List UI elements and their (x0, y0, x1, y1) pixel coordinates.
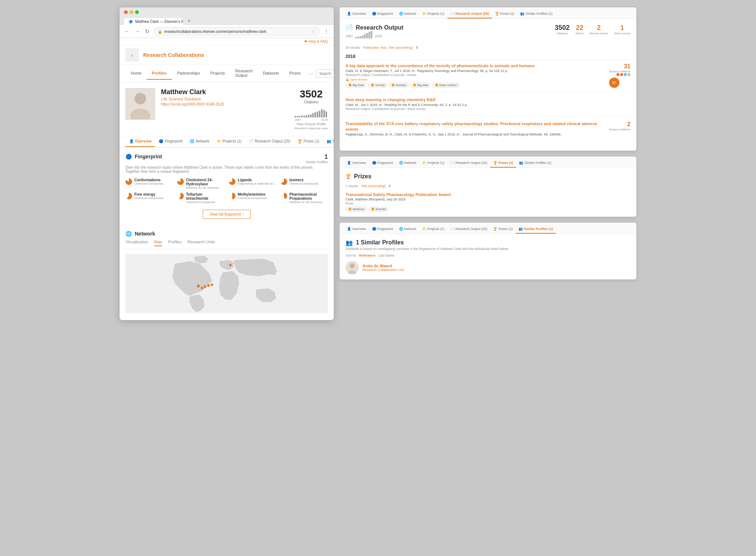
pnav-projects[interactable]: 📁 Projects (1) (419, 10, 447, 18)
prize-item-type: Prize (346, 202, 630, 205)
svg-point-6 (350, 263, 355, 268)
help-link[interactable]: ❤ Help & FAQ (304, 40, 328, 44)
pnav-prizes[interactable]: 🏆 Prizes (1) (492, 10, 518, 18)
pub-authors-1: Clark, M. & Steger-Hartmann, T., Jul 1 2… (346, 69, 605, 73)
ntab-profiles[interactable]: Profiles (168, 240, 182, 246)
similar-pnav-similar[interactable]: 👥 Similar Profiles (1) (516, 225, 556, 234)
maximize-dot[interactable] (135, 10, 139, 14)
pub-title-3[interactable]: Translatability of the S7A core battery … (346, 121, 605, 132)
nav-partnerships[interactable]: Partnerships (172, 67, 205, 80)
pub-title-1[interactable]: A big data approach to the concordance o… (346, 63, 605, 68)
cite-num-3: 2 (609, 121, 630, 128)
similar-pnav-prizes[interactable]: 🏆 Prizes (1) (490, 225, 516, 234)
orcid-link[interactable]: https://orcid.org/0000-0002-9348-3528 (161, 102, 289, 106)
sort-link[interactable]: Publication Year, Title (ascending) (363, 46, 413, 49)
nav-projects[interactable]: Projects (205, 67, 230, 80)
similar-panel-nav: 👤 Overview 🔵 Fingerprint 🌐 Network 📁 Pro… (340, 223, 636, 234)
ptab-projects[interactable]: 📁 Projects (1) (213, 136, 245, 147)
ptab-fingerprint[interactable]: 🔵 Fingerprint (155, 136, 186, 147)
brand-name[interactable]: Research Collaborations (143, 52, 204, 58)
map-dot-6 (229, 264, 232, 267)
ptab-similar[interactable]: 👥 Similar Profiles (1) (323, 136, 334, 147)
pnav-similar[interactable]: 👥 Similar Profiles (1) (517, 10, 556, 18)
prizes-pnav-projects[interactable]: 📁 Projects (1) (419, 159, 447, 168)
prizes-pnav-prizes[interactable]: 🏆 Prizes (1) (490, 159, 516, 168)
ptab-network[interactable]: 🌐 Network (186, 136, 213, 147)
forward-btn[interactable]: → (134, 28, 141, 34)
prize-tag-medicine[interactable]: 🔶 Medicine (346, 207, 367, 212)
nav-profiles[interactable]: Profiles (147, 67, 172, 80)
pnav-proj-icon: 📁 (422, 12, 426, 16)
fp-ring-cholesterol (177, 178, 184, 185)
nav-home[interactable]: Home (126, 67, 147, 80)
profile-dept: Life Science Solutions (161, 97, 289, 101)
prizes-pnav-overview[interactable]: 👤 Overview (344, 159, 369, 168)
network-title: 🌐 Network (126, 231, 328, 237)
tag-animals[interactable]: 🔶 Animals (389, 83, 409, 87)
prizes-pnav-similar[interactable]: 👥 Similar Profiles (1) (516, 159, 554, 168)
ptab-overview[interactable]: 👤 Overview (126, 136, 155, 147)
ro-stat-article: 22 Article (575, 24, 584, 35)
similar-pnav-network[interactable]: 🌐 Network (396, 225, 419, 234)
nav-research-output[interactable]: Research Output (230, 65, 258, 82)
refresh-btn[interactable]: ↻ (144, 28, 151, 34)
tag-big-data[interactable]: 🔶 Big Data (346, 83, 367, 87)
projects-icon: 📁 (217, 139, 221, 143)
ntab-research-units[interactable]: Research Units (188, 240, 215, 246)
svg-point-3 (134, 93, 146, 104)
pub-title-2[interactable]: How deep learning is changing chemistry … (346, 97, 630, 102)
pnav-network[interactable]: 🌐 Network (396, 10, 419, 18)
browser-chrome: 🔷 Matthew Clark — Elsevier's R... ✕ + (120, 7, 334, 25)
nav-prizes[interactable]: Prizes (284, 67, 306, 80)
tag-toxicity[interactable]: 🔶 Toxicity (368, 83, 387, 87)
search-input[interactable] (319, 72, 334, 76)
close-dot[interactable] (124, 10, 128, 14)
ro-citations-num: 3502 (555, 24, 570, 32)
similar-pnav-projects[interactable]: 📁 Projects (1) (419, 225, 447, 234)
prizes-pnav-fingerprint[interactable]: 🔵 Fingerprint (369, 159, 396, 168)
ptab-prizes[interactable]: 🏆 Prizes (1) (294, 136, 323, 147)
nav-datasets[interactable]: Datasets (258, 67, 284, 80)
nav-more[interactable]: ··· (306, 67, 316, 80)
browser-tab-active[interactable]: 🔷 Matthew Clark — Elsevier's R... ✕ (124, 18, 183, 25)
ntab-map[interactable]: Map (154, 240, 162, 246)
pub-content-3: Translatability of the S7A core battery … (346, 121, 605, 137)
sort-relevance[interactable]: Relevance (359, 254, 376, 257)
similar-pnav-ro[interactable]: 📄 Research Output (25) (447, 225, 491, 234)
view-fingerprint-btn[interactable]: View full fingerprint › (203, 210, 251, 219)
prizes-pnav-ro[interactable]: 📄 Research Output (25) (447, 159, 491, 168)
browser-window: 🔷 Matthew Clark — Elsevier's R... ✕ + ← … (120, 7, 334, 320)
pnav-overview[interactable]: 👤 Overview (344, 10, 369, 18)
ptab-research-output[interactable]: 📄 Research Output (25) (245, 136, 294, 147)
similar-pnav-overview[interactable]: 👤 Overview (344, 225, 369, 234)
pub-type-2: Research output: Contribution to journal… (346, 107, 630, 111)
pub-citations-3: 2 Scopus citations (609, 121, 630, 137)
back-btn[interactable]: ← (123, 28, 131, 34)
tag-big-data-2[interactable]: 🔶 Big data (410, 83, 431, 87)
view-scopus[interactable]: View Scopus Profile (295, 122, 328, 126)
new-tab-btn[interactable]: + (185, 16, 193, 25)
prizes-sort-link[interactable]: Title (ascending) (361, 184, 385, 188)
prize-tag-animals[interactable]: 🔶 Animals (368, 207, 388, 212)
url-bar[interactable]: 🔒 researchcollaborations.elsevier.com/en… (154, 27, 320, 35)
prize-item-title[interactable]: Transnational Safety Pharmacology Public… (346, 192, 630, 197)
pnav-fingerprint[interactable]: 🔵 Fingerprint (369, 10, 396, 18)
menu-btn[interactable]: ⋮ (323, 28, 330, 34)
prizes-pnav-network[interactable]: 🌐 Network (396, 159, 419, 168)
tag-data-curation[interactable]: 🔶 Data curation (432, 83, 460, 87)
pub-authors-2: Clark, M., Jun 1 2018, In : Reading for … (346, 103, 630, 107)
minimize-dot[interactable] (130, 10, 133, 14)
pub-content-1: A big data approach to the concordance o… (346, 63, 605, 88)
similar-pnav-fingerprint[interactable]: 🔵 Fingerprint (369, 225, 396, 234)
pub-oa-1: 🔓 Open Access (346, 78, 605, 81)
prize-icon: 🏆 (346, 174, 351, 179)
browser-tabs: 🔷 Matthew Clark — Elsevier's R... ✕ + (124, 16, 329, 25)
page-nav: Home Profiles Partnerships Projects Rese… (120, 65, 334, 82)
network-tabs: Visualization Map Profiles Research Unit… (126, 240, 328, 250)
nav-search[interactable]: 🔍 (316, 69, 334, 78)
pub-item-3: Translatability of the S7A core battery … (346, 121, 630, 141)
ntab-visualization[interactable]: Visualization (126, 240, 148, 246)
sort-lastname[interactable]: Last Name (378, 254, 395, 257)
person-name[interactable]: Anita de Waard (362, 264, 404, 268)
pnav-ro[interactable]: 📄 Research Output (25) (447, 10, 492, 18)
